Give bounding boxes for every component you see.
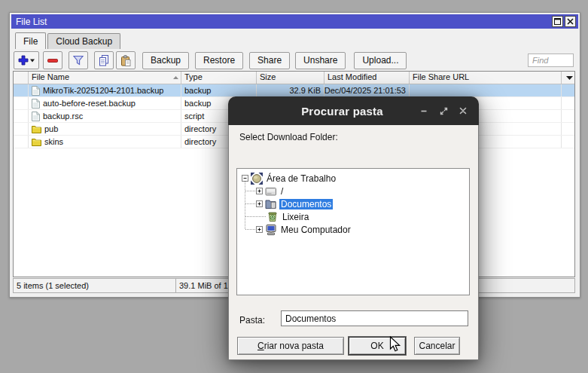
trash-icon [267, 211, 279, 223]
upload-button[interactable]: Upload... [354, 52, 407, 69]
tree-item-desktop[interactable]: Área de Trabalho [242, 172, 337, 185]
header-gutter [14, 72, 29, 84]
documents-folder-icon [265, 198, 277, 210]
desktop: File List File Cloud Backup [0, 0, 588, 373]
expand-icon[interactable] [256, 226, 263, 233]
paste-button[interactable] [116, 51, 136, 69]
cancel-button[interactable]: Cancelar [414, 337, 460, 355]
add-button[interactable] [14, 51, 39, 69]
unshare-button[interactable]: Unshare [295, 52, 346, 69]
tab-file[interactable]: File [15, 32, 46, 49]
close-button[interactable] [565, 16, 576, 27]
filter-button[interactable] [69, 51, 88, 69]
window-titlebar[interactable]: File List [11, 14, 578, 29]
expand-icon[interactable] [256, 200, 263, 207]
tree-item-root[interactable]: / [256, 185, 285, 197]
add-icon [18, 55, 35, 66]
folder-field-label: Pasta: [239, 315, 265, 326]
dialog-title: Procurar pasta [228, 105, 419, 118]
create-new-folder-button[interactable]: Criar nova pasta [237, 337, 344, 355]
desktop-icon [251, 173, 263, 185]
remove-icon [47, 59, 58, 63]
browse-folder-dialog: Procurar pasta [228, 96, 479, 360]
restore-icon [439, 106, 449, 116]
tree-item-my-computer[interactable]: Meu Computador [256, 223, 352, 236]
window-title: File List [16, 17, 47, 27]
filter-icon [73, 55, 84, 66]
copy-button[interactable] [94, 51, 114, 69]
dialog-titlebar[interactable]: Procurar pasta [228, 96, 479, 125]
table-row[interactable]: MikroTik-20251204-2101.backup backup 32.… [14, 84, 574, 97]
file-icon [32, 86, 40, 96]
table-header: File Name Type Size Last Modified File S… [14, 72, 574, 84]
drive-icon [265, 185, 277, 197]
maximize-button[interactable] [552, 16, 563, 27]
computer-icon [265, 224, 277, 236]
expand-icon[interactable] [256, 188, 263, 194]
tree-item-trash[interactable]: Lixeira [267, 210, 310, 223]
close-icon [567, 18, 574, 25]
folder-name-input[interactable] [281, 310, 468, 326]
dialog-close-button[interactable] [458, 105, 468, 116]
status-items: 5 items (1 selected) [14, 279, 176, 292]
tree-selected-label: Documentos [279, 199, 333, 209]
sort-ascending-icon [173, 76, 178, 79]
folder-icon [32, 137, 41, 146]
toolbar: Backup Restore Share Unshare Upload... [14, 50, 576, 70]
remove-button[interactable] [43, 51, 62, 69]
header-last-modified[interactable]: Last Modified [324, 72, 410, 84]
minimize-icon [419, 106, 428, 115]
header-size[interactable]: Size [257, 72, 324, 84]
folder-tree[interactable]: Área de Trabalho / [236, 168, 470, 295]
restore-button[interactable]: Restore [195, 52, 243, 69]
close-icon [459, 106, 468, 115]
ok-button[interactable]: OK [349, 337, 406, 355]
paste-icon [120, 55, 131, 66]
find-input[interactable] [528, 54, 574, 67]
copy-icon [99, 55, 109, 66]
collapse-icon[interactable] [242, 175, 248, 182]
dialog-minimize-button[interactable] [419, 105, 429, 116]
folder-icon [32, 124, 41, 133]
file-icon [32, 112, 40, 121]
tab-bar: File Cloud Backup [15, 32, 120, 49]
maximize-icon [554, 18, 561, 25]
column-menu-button[interactable] [562, 72, 574, 84]
dialog-prompt: Select Download Folder: [239, 132, 338, 142]
dialog-restore-button[interactable] [438, 105, 449, 116]
column-menu-icon [566, 76, 573, 80]
tab-cloud-backup[interactable]: Cloud Backup [47, 33, 120, 49]
file-icon [32, 99, 40, 109]
tree-item-documents[interactable]: Documentos [256, 197, 333, 210]
backup-button[interactable]: Backup [142, 52, 189, 69]
tree-connector [245, 179, 245, 229]
header-file-share-url[interactable]: File Share URL [410, 72, 562, 84]
header-type[interactable]: Type [181, 72, 257, 84]
header-file-name[interactable]: File Name [29, 72, 181, 84]
share-button[interactable]: Share [249, 52, 290, 69]
